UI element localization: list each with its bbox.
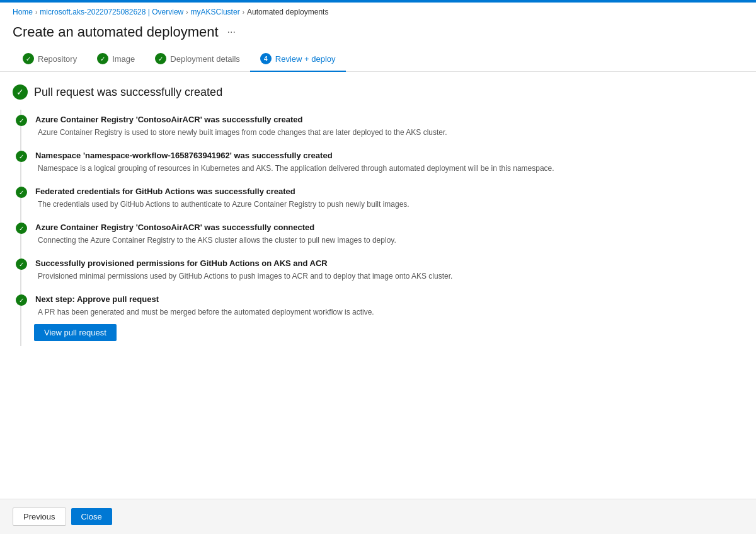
step-review-deploy[interactable]: 4 Review + deploy [250, 48, 346, 72]
timeline-item-5: ✓ Next step: Approve pull request A PR h… [21, 289, 743, 346]
timeline-check-2: ✓ [16, 187, 27, 198]
timeline-title-1: Namespace 'namespace-workflow-1658763941… [35, 151, 333, 160]
timeline-check-5: ✓ [16, 294, 27, 306]
close-button[interactable]: Close [71, 508, 112, 525]
main-content: ✓ Pull request was successfully created … [0, 72, 756, 499]
success-header: ✓ Pull request was successfully created [13, 84, 743, 100]
step-deployment-details[interactable]: ✓ Deployment details [145, 48, 250, 72]
step-image-label: Image [112, 54, 135, 64]
timeline-title-4: Successfully provisioned permissions for… [35, 258, 328, 268]
page-title: Create an automated deployment [13, 24, 219, 40]
timeline-check-1: ✓ [16, 151, 27, 162]
timeline-header-4: Successfully provisioned permissions for… [34, 258, 743, 268]
step-deployment-check-icon: ✓ [155, 53, 166, 64]
breadcrumb-home[interactable]: Home [13, 8, 33, 16]
timeline-check-3: ✓ [16, 223, 27, 234]
timeline-check-0: ✓ [16, 115, 27, 126]
timeline-header-0: Azure Container Registry 'ContosoAirACR'… [34, 115, 743, 124]
timeline-desc-1: Namespace is a logical grouping of resou… [35, 163, 743, 174]
timeline-item-4: ✓ Successfully provisioned permissions f… [21, 253, 743, 287]
breadcrumb-sep-1: › [35, 9, 37, 16]
success-title: Pull request was successfully created [34, 86, 222, 99]
breadcrumb-cluster[interactable]: myAKSCluster [191, 8, 240, 16]
timeline-title-2: Federated credentials for GitHub Actions… [35, 187, 295, 196]
breadcrumb-aks[interactable]: microsoft.aks-20220725082628 | Overview [40, 8, 183, 16]
timeline-title-0: Azure Container Registry 'ContosoAirACR'… [35, 115, 302, 124]
page-title-area: Create an automated deployment ··· [0, 21, 756, 48]
timeline-check-4: ✓ [16, 258, 27, 270]
timeline-desc-5: A PR has been generated and must be merg… [35, 306, 743, 318]
success-check-icon: ✓ [13, 84, 28, 100]
step-repository-label: Repository [38, 54, 77, 64]
timeline-header-1: Namespace 'namespace-workflow-1658763941… [34, 151, 743, 160]
step-repository[interactable]: ✓ Repository [13, 48, 87, 72]
step-repository-check-icon: ✓ [23, 53, 34, 64]
step-image[interactable]: ✓ Image [87, 48, 145, 72]
timeline-item-1: ✓ Namespace 'namespace-workflow-16587639… [21, 146, 743, 179]
breadcrumb-current: Automated deployments [247, 8, 328, 16]
breadcrumb-sep-3: › [243, 9, 244, 16]
timeline-desc-2: The credentials used by GitHub Actions t… [35, 199, 743, 210]
timeline-title-5: Next step: Approve pull request [35, 294, 159, 304]
breadcrumb: Home › microsoft.aks-20220725082628 | Ov… [0, 3, 756, 21]
timeline-header-2: Federated credentials for GitHub Actions… [34, 187, 743, 196]
timeline-desc-4: Provisioned minimal permissions used by … [35, 270, 743, 282]
previous-button[interactable]: Previous [13, 508, 66, 526]
view-pull-request-button[interactable]: View pull request [34, 324, 117, 341]
more-options-button[interactable]: ··· [224, 25, 239, 39]
timeline-item-3: ✓ Azure Container Registry 'ContosoAirAC… [21, 218, 743, 251]
timeline-desc-3: Connecting the Azure Container Registry … [35, 235, 743, 246]
timeline-item-2: ✓ Federated credentials for GitHub Actio… [21, 182, 743, 215]
timeline-title-3: Azure Container Registry 'ContosoAirACR'… [35, 223, 314, 232]
timeline-desc-0: Azure Container Registry is used to stor… [35, 127, 743, 138]
bottom-bar: Previous Close [0, 499, 756, 534]
timeline-item-0: ✓ Azure Container Registry 'ContosoAirAC… [21, 110, 743, 143]
steps-bar: ✓ Repository ✓ Image ✓ Deployment detail… [0, 48, 756, 72]
step-review-label: Review + deploy [275, 54, 336, 64]
breadcrumb-sep-2: › [186, 9, 188, 16]
step-review-active-icon: 4 [260, 53, 272, 64]
timeline-header-3: Azure Container Registry 'ContosoAirACR'… [34, 223, 743, 232]
step-deployment-label: Deployment details [170, 54, 240, 64]
step-image-check-icon: ✓ [97, 53, 108, 64]
timeline-header-5: Next step: Approve pull request [34, 294, 743, 304]
timeline: ✓ Azure Container Registry 'ContosoAirAC… [20, 110, 743, 346]
